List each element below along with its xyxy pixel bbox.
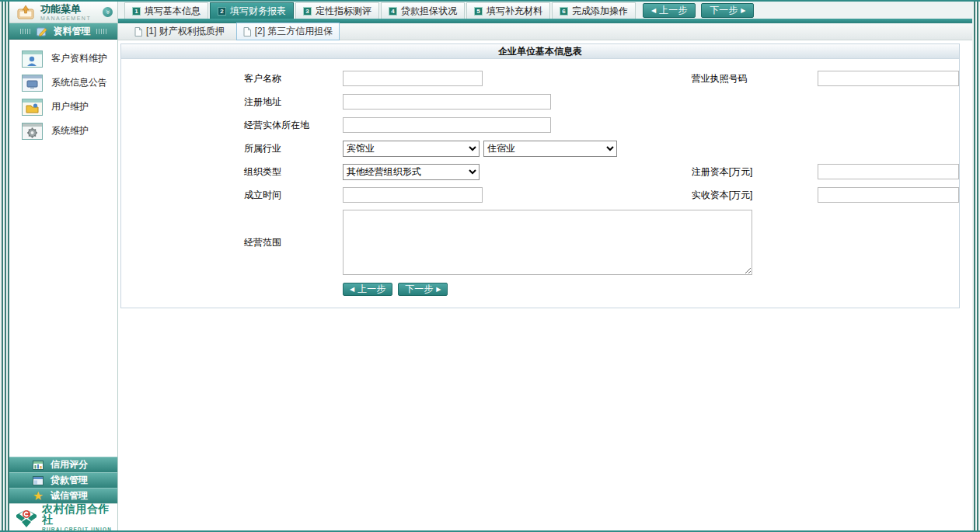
brand-subtitle: RURALCREDIT UNION	[42, 527, 117, 532]
sidebar-section-data-management[interactable]: 资料管理	[9, 23, 117, 40]
form-row: 注册地址	[121, 90, 959, 113]
form-body: 客户名称 营业执照号码 注册地址 经营实体所在地 所属行业	[121, 59, 959, 308]
document-icon	[243, 27, 251, 37]
next-step-button-form[interactable]: 下一步 ▶	[398, 283, 448, 296]
org-type-label: 组织类型	[244, 165, 343, 179]
left-arrow-icon: ◀	[350, 286, 354, 293]
left-frame-decoration	[0, 2, 9, 530]
org-type-select[interactable]: 其他经营组织形式	[343, 164, 480, 180]
sidebar-title: 功能菜单	[40, 4, 103, 14]
subtab-third-party-guarantee[interactable]: [2] 第三方信用担保	[236, 23, 340, 40]
tab-label: 填写补充材料	[487, 5, 542, 18]
tab-basic-info[interactable]: 1 填写基本信息	[124, 2, 208, 19]
industry-label: 所属行业	[244, 142, 343, 155]
menu-box-icon	[17, 5, 34, 19]
tab-number-icon: 2	[218, 7, 226, 16]
subtab-property-pledge[interactable]: [1] 财产权利抵质押	[127, 23, 232, 40]
edit-pencil-icon	[37, 26, 48, 37]
loan-window-icon	[33, 476, 44, 485]
sidebar-section-integrity-management[interactable]: ★ 诚信管理	[9, 488, 117, 503]
paid-capital-label: 实收资本[万元]	[692, 189, 818, 202]
form-row: 所属行业 宾馆业 住宿业	[121, 137, 959, 160]
sidebar-section-loan-management[interactable]: 贷款管理	[9, 472, 117, 488]
founded-date-input[interactable]	[343, 187, 483, 203]
tab-number-icon: 3	[303, 7, 312, 16]
sidebar-menu: 客户资料维护 系统信息公告 用户维护	[9, 40, 117, 457]
tick-decoration	[96, 29, 107, 34]
prev-step-button-form[interactable]: ◀ 上一步	[343, 283, 392, 296]
sidebar-section-label: 资料管理	[54, 25, 91, 38]
sidebar-item-customer-data[interactable]: 客户资料维护	[9, 47, 117, 71]
sidebar-item-label: 客户资料维护	[51, 52, 107, 65]
sidebar-item-label: 系统信息公告	[51, 76, 107, 89]
form-row: 成立时间 实收资本[万元]	[121, 183, 959, 207]
form-row: 客户名称 营业执照号码	[121, 67, 959, 90]
tab-number-icon: 4	[389, 7, 397, 16]
form-buttons-row: ◀ 上一步 下一步 ▶	[121, 278, 959, 300]
sidebar-bar-label: 诚信管理	[51, 489, 88, 502]
enterprise-info-panel: 企业单位基本信息表 客户名称 营业执照号码 注册地址 经营实体所在地	[120, 43, 960, 308]
next-step-label: 下一步	[710, 4, 738, 17]
customer-name-input[interactable]	[343, 71, 483, 86]
industry-subcategory-select[interactable]: 住宿业	[483, 141, 617, 157]
right-arrow-icon: ▶	[741, 7, 745, 14]
industry-category-select[interactable]: 宾馆业	[343, 141, 480, 157]
collapse-menu-button[interactable]: »	[103, 7, 113, 17]
content-area: 企业单位基本信息表 客户名称 营业执照号码 注册地址 经营实体所在地	[118, 40, 972, 530]
main-area: 1 填写基本信息 2 填写财务报表 3 定性指标测评 4 贷款担保状况 5 填写…	[118, 2, 972, 530]
form-row: 组织类型 其他经营组织形式 注册资本[万元]	[121, 160, 959, 183]
tab-qualitative-assessment[interactable]: 3 定性指标测评	[295, 2, 379, 19]
sidebar-item-system-maintenance[interactable]: 系统维护	[9, 119, 117, 143]
credit-score-chart-icon	[33, 461, 44, 470]
left-arrow-icon: ◀	[651, 7, 656, 14]
announcement-window-icon	[22, 75, 43, 92]
user-folder-window-icon	[22, 99, 43, 116]
reg-address-label: 注册地址	[244, 96, 343, 109]
right-arrow-icon: ▶	[436, 286, 441, 293]
chevron-down-icon: »	[103, 10, 113, 14]
tab-supplementary-materials[interactable]: 5 填写补充材料	[466, 2, 550, 19]
reg-capital-label: 注册资本[万元]	[692, 165, 818, 179]
sidebar-section-credit-scoring[interactable]: 信用评分	[9, 457, 117, 472]
business-scope-textarea[interactable]	[343, 210, 752, 275]
sidebar-item-system-announcements[interactable]: 系统信息公告	[9, 71, 117, 95]
entity-location-input[interactable]	[343, 117, 551, 133]
tab-financial-statements[interactable]: 2 填写财务报表	[210, 2, 294, 19]
customer-window-icon	[22, 50, 43, 68]
tab-number-icon: 6	[560, 7, 568, 16]
license-no-label: 营业执照号码	[692, 72, 818, 85]
tab-complete-add-operation[interactable]: 6 完成添加操作	[552, 2, 636, 19]
sidebar-subtitle: MANAGEMENT	[40, 16, 103, 21]
sidebar-bar-label: 贷款管理	[51, 474, 88, 487]
prev-step-button-top[interactable]: ◀ 上一步	[643, 3, 696, 18]
founded-date-label: 成立时间	[244, 189, 343, 202]
star-icon: ★	[33, 492, 44, 501]
reg-address-input[interactable]	[343, 94, 551, 110]
license-no-input[interactable]	[818, 71, 959, 86]
tab-number-icon: 1	[132, 7, 141, 16]
paid-capital-input[interactable]	[818, 187, 959, 203]
right-frame-decoration	[972, 2, 980, 530]
tab-label: 填写财务报表	[230, 5, 286, 18]
form-row: 经营实体所在地	[121, 113, 959, 137]
prev-step-label: 上一步	[357, 283, 385, 296]
sidebar-item-user-maintenance[interactable]: 用户维护	[9, 95, 117, 119]
form-row: 经营范围	[121, 207, 959, 278]
gear-window-icon	[22, 123, 43, 140]
application-window: 功能菜单 MANAGEMENT » 资料管理 客户资料维	[0, 0, 980, 532]
brand-name: 农村信用合作社	[42, 503, 117, 525]
reg-capital-input[interactable]	[818, 164, 959, 179]
sidebar-item-label: 用户维护	[51, 100, 89, 113]
sidebar-bar-label: 信用评分	[51, 458, 88, 471]
sidebar: 功能菜单 MANAGEMENT » 资料管理 客户资料维	[9, 2, 118, 530]
tab-label: 贷款担保状况	[401, 5, 457, 18]
next-step-button-top[interactable]: 下一步 ▶	[701, 3, 754, 18]
form-title: 企业单位基本信息表	[121, 44, 959, 59]
tab-number-icon: 5	[474, 7, 483, 16]
tab-loan-guarantee-status[interactable]: 4 贷款担保状况	[381, 2, 465, 19]
business-scope-label: 经营范围	[244, 236, 343, 249]
rural-credit-union-logo-icon	[15, 507, 38, 528]
document-icon	[134, 27, 142, 37]
brand-footer: 农村信用合作社 RURALCREDIT UNION	[9, 503, 117, 530]
prev-step-label: 上一步	[659, 4, 687, 17]
